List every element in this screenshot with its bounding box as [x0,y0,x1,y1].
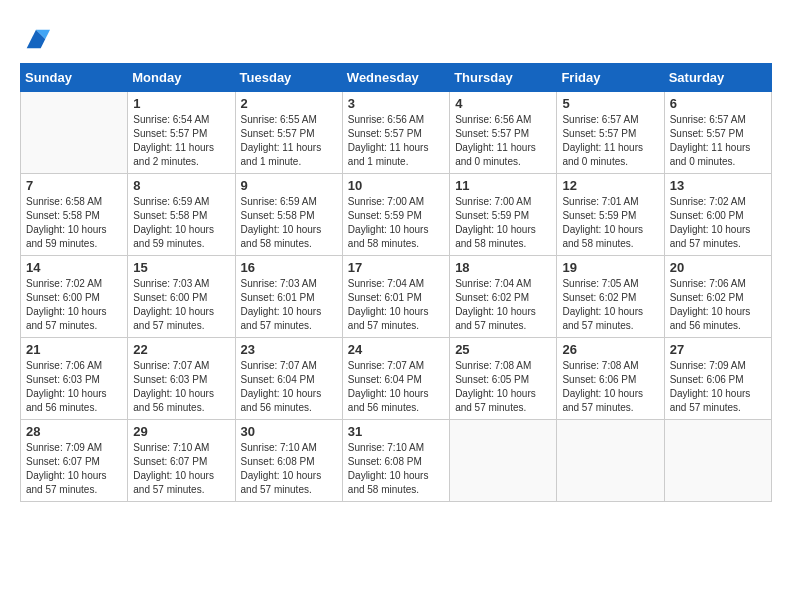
day-number: 30 [241,424,337,439]
day-info: Sunrise: 7:09 AMSunset: 6:07 PMDaylight:… [26,441,122,497]
day-info: Sunrise: 7:10 AMSunset: 6:07 PMDaylight:… [133,441,229,497]
day-info: Sunrise: 7:03 AMSunset: 6:00 PMDaylight:… [133,277,229,333]
calendar-cell: 26Sunrise: 7:08 AMSunset: 6:06 PMDayligh… [557,338,664,420]
calendar-cell: 13Sunrise: 7:02 AMSunset: 6:00 PMDayligh… [664,174,771,256]
day-info: Sunrise: 6:55 AMSunset: 5:57 PMDaylight:… [241,113,337,169]
calendar-cell: 8Sunrise: 6:59 AMSunset: 5:58 PMDaylight… [128,174,235,256]
calendar-cell: 17Sunrise: 7:04 AMSunset: 6:01 PMDayligh… [342,256,449,338]
calendar-cell: 22Sunrise: 7:07 AMSunset: 6:03 PMDayligh… [128,338,235,420]
calendar-cell: 9Sunrise: 6:59 AMSunset: 5:58 PMDaylight… [235,174,342,256]
calendar-cell: 29Sunrise: 7:10 AMSunset: 6:07 PMDayligh… [128,420,235,502]
day-number: 18 [455,260,551,275]
calendar-cell: 25Sunrise: 7:08 AMSunset: 6:05 PMDayligh… [450,338,557,420]
calendar-cell [21,92,128,174]
week-row-1: 1Sunrise: 6:54 AMSunset: 5:57 PMDaylight… [21,92,772,174]
day-info: Sunrise: 7:10 AMSunset: 6:08 PMDaylight:… [241,441,337,497]
day-info: Sunrise: 6:54 AMSunset: 5:57 PMDaylight:… [133,113,229,169]
weekday-header-friday: Friday [557,64,664,92]
day-number: 27 [670,342,766,357]
calendar-cell: 5Sunrise: 6:57 AMSunset: 5:57 PMDaylight… [557,92,664,174]
calendar-cell: 4Sunrise: 6:56 AMSunset: 5:57 PMDaylight… [450,92,557,174]
day-number: 28 [26,424,122,439]
day-number: 23 [241,342,337,357]
calendar-cell [450,420,557,502]
day-number: 6 [670,96,766,111]
weekday-header-thursday: Thursday [450,64,557,92]
day-info: Sunrise: 6:58 AMSunset: 5:58 PMDaylight:… [26,195,122,251]
day-number: 14 [26,260,122,275]
day-info: Sunrise: 7:08 AMSunset: 6:06 PMDaylight:… [562,359,658,415]
day-number: 7 [26,178,122,193]
calendar-cell: 12Sunrise: 7:01 AMSunset: 5:59 PMDayligh… [557,174,664,256]
day-number: 8 [133,178,229,193]
weekday-header-saturday: Saturday [664,64,771,92]
day-number: 25 [455,342,551,357]
day-info: Sunrise: 7:07 AMSunset: 6:04 PMDaylight:… [348,359,444,415]
logo-icon [22,25,50,53]
calendar-cell: 6Sunrise: 6:57 AMSunset: 5:57 PMDaylight… [664,92,771,174]
weekday-header-monday: Monday [128,64,235,92]
day-info: Sunrise: 7:09 AMSunset: 6:06 PMDaylight:… [670,359,766,415]
day-number: 3 [348,96,444,111]
day-info: Sunrise: 7:07 AMSunset: 6:03 PMDaylight:… [133,359,229,415]
weekday-header-sunday: Sunday [21,64,128,92]
day-info: Sunrise: 6:57 AMSunset: 5:57 PMDaylight:… [670,113,766,169]
calendar-cell: 2Sunrise: 6:55 AMSunset: 5:57 PMDaylight… [235,92,342,174]
day-info: Sunrise: 7:04 AMSunset: 6:01 PMDaylight:… [348,277,444,333]
calendar-cell: 19Sunrise: 7:05 AMSunset: 6:02 PMDayligh… [557,256,664,338]
calendar-cell: 3Sunrise: 6:56 AMSunset: 5:57 PMDaylight… [342,92,449,174]
day-number: 22 [133,342,229,357]
week-row-5: 28Sunrise: 7:09 AMSunset: 6:07 PMDayligh… [21,420,772,502]
page-header [20,20,772,53]
week-row-2: 7Sunrise: 6:58 AMSunset: 5:58 PMDaylight… [21,174,772,256]
calendar-cell: 28Sunrise: 7:09 AMSunset: 6:07 PMDayligh… [21,420,128,502]
calendar-cell: 30Sunrise: 7:10 AMSunset: 6:08 PMDayligh… [235,420,342,502]
logo [20,25,50,53]
day-info: Sunrise: 7:10 AMSunset: 6:08 PMDaylight:… [348,441,444,497]
day-info: Sunrise: 7:03 AMSunset: 6:01 PMDaylight:… [241,277,337,333]
calendar-cell: 24Sunrise: 7:07 AMSunset: 6:04 PMDayligh… [342,338,449,420]
day-info: Sunrise: 7:08 AMSunset: 6:05 PMDaylight:… [455,359,551,415]
calendar-cell [557,420,664,502]
day-number: 13 [670,178,766,193]
day-info: Sunrise: 7:07 AMSunset: 6:04 PMDaylight:… [241,359,337,415]
day-info: Sunrise: 7:04 AMSunset: 6:02 PMDaylight:… [455,277,551,333]
day-number: 20 [670,260,766,275]
week-row-3: 14Sunrise: 7:02 AMSunset: 6:00 PMDayligh… [21,256,772,338]
day-info: Sunrise: 7:06 AMSunset: 6:02 PMDaylight:… [670,277,766,333]
calendar-cell: 11Sunrise: 7:00 AMSunset: 5:59 PMDayligh… [450,174,557,256]
weekday-header-tuesday: Tuesday [235,64,342,92]
calendar-cell: 7Sunrise: 6:58 AMSunset: 5:58 PMDaylight… [21,174,128,256]
calendar-cell: 1Sunrise: 6:54 AMSunset: 5:57 PMDaylight… [128,92,235,174]
day-number: 26 [562,342,658,357]
day-number: 9 [241,178,337,193]
day-info: Sunrise: 7:01 AMSunset: 5:59 PMDaylight:… [562,195,658,251]
day-number: 2 [241,96,337,111]
day-number: 10 [348,178,444,193]
calendar-cell: 10Sunrise: 7:00 AMSunset: 5:59 PMDayligh… [342,174,449,256]
day-info: Sunrise: 6:59 AMSunset: 5:58 PMDaylight:… [133,195,229,251]
day-info: Sunrise: 7:00 AMSunset: 5:59 PMDaylight:… [348,195,444,251]
calendar-cell: 20Sunrise: 7:06 AMSunset: 6:02 PMDayligh… [664,256,771,338]
day-number: 29 [133,424,229,439]
calendar-cell [664,420,771,502]
calendar-cell: 31Sunrise: 7:10 AMSunset: 6:08 PMDayligh… [342,420,449,502]
day-number: 15 [133,260,229,275]
day-info: Sunrise: 7:02 AMSunset: 6:00 PMDaylight:… [670,195,766,251]
day-info: Sunrise: 7:00 AMSunset: 5:59 PMDaylight:… [455,195,551,251]
calendar-table: SundayMondayTuesdayWednesdayThursdayFrid… [20,63,772,502]
week-row-4: 21Sunrise: 7:06 AMSunset: 6:03 PMDayligh… [21,338,772,420]
day-number: 17 [348,260,444,275]
day-info: Sunrise: 7:02 AMSunset: 6:00 PMDaylight:… [26,277,122,333]
day-number: 5 [562,96,658,111]
calendar-cell: 18Sunrise: 7:04 AMSunset: 6:02 PMDayligh… [450,256,557,338]
day-info: Sunrise: 6:59 AMSunset: 5:58 PMDaylight:… [241,195,337,251]
day-number: 1 [133,96,229,111]
day-info: Sunrise: 7:06 AMSunset: 6:03 PMDaylight:… [26,359,122,415]
day-number: 19 [562,260,658,275]
calendar-cell: 15Sunrise: 7:03 AMSunset: 6:00 PMDayligh… [128,256,235,338]
day-info: Sunrise: 7:05 AMSunset: 6:02 PMDaylight:… [562,277,658,333]
day-info: Sunrise: 6:57 AMSunset: 5:57 PMDaylight:… [562,113,658,169]
day-number: 12 [562,178,658,193]
day-number: 31 [348,424,444,439]
